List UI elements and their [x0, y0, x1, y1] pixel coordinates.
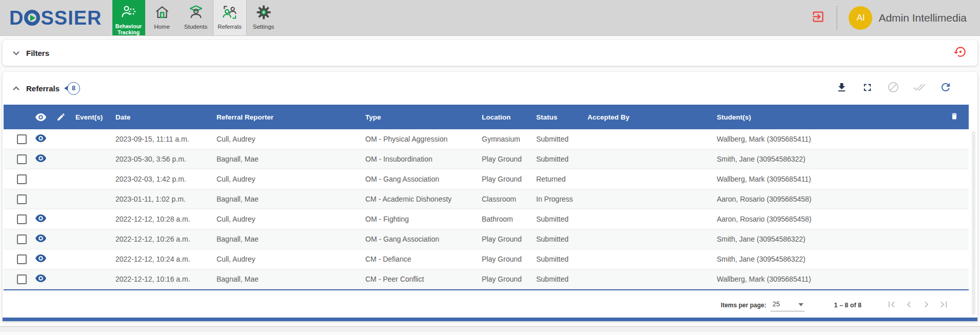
cell-location: Play Ground — [478, 255, 532, 263]
table-scrollbar[interactable] — [972, 131, 975, 315]
row-checkbox[interactable] — [17, 274, 27, 284]
fullscreen-button[interactable] — [861, 82, 873, 95]
download-button[interactable] — [836, 82, 848, 95]
row-checkbox[interactable] — [17, 154, 27, 164]
students-icon — [188, 5, 204, 22]
nav-item-referrals[interactable]: Referrals — [213, 0, 247, 35]
cell-status: Submitted — [532, 275, 583, 283]
items-per-page-select[interactable]: 25 — [771, 299, 805, 311]
nav-label: Behaviour Tracking — [114, 24, 144, 35]
column-header-events: Event(s) — [71, 113, 111, 121]
download-icon — [836, 82, 848, 95]
cell-status: Submitted — [532, 135, 583, 143]
accept-all-button[interactable] — [913, 81, 926, 95]
column-header-date: Date — [111, 113, 212, 121]
column-header-location: Location — [478, 113, 532, 121]
eye-icon — [35, 254, 47, 264]
block-button[interactable] — [887, 81, 899, 95]
view-referral-button[interactable] — [30, 274, 51, 284]
view-referral-button[interactable] — [30, 134, 51, 144]
row-checkbox[interactable] — [17, 194, 27, 204]
view-column-eye-icon — [30, 113, 51, 122]
nav-item-behaviour-tracking[interactable]: Behaviour Tracking — [112, 0, 145, 35]
topbar-user-area: AI Admin Intellimedia — [811, 0, 980, 35]
filters-collapse-toggle[interactable] — [13, 48, 19, 57]
nav-item-home[interactable]: Home — [145, 0, 179, 35]
row-checkbox[interactable] — [17, 174, 27, 184]
row-select-cell — [4, 154, 30, 164]
cell-type: OM - Physical Aggression — [361, 135, 478, 143]
cell-students: Aaron, Rosario (3095685458) — [713, 195, 940, 203]
eye-icon — [35, 274, 47, 284]
nav-label: Home — [154, 24, 170, 30]
last-page-icon — [938, 299, 950, 312]
cell-date: 2022-12-12, 10:16 a.m. — [111, 275, 212, 283]
row-select-cell — [4, 134, 30, 144]
cell-status: Submitted — [532, 155, 583, 163]
first-page-button[interactable] — [885, 299, 897, 311]
cell-students: Wallberg, Mark (3095685411) — [713, 175, 940, 183]
last-page-button[interactable] — [937, 299, 950, 311]
referrals-count-badge: 8 — [64, 82, 80, 95]
delete-selected-button[interactable] — [940, 111, 969, 123]
nav-item-settings[interactable]: Settings — [247, 0, 281, 35]
cell-location: Play Ground — [478, 155, 532, 163]
row-checkbox[interactable] — [17, 214, 27, 224]
column-header-type: Type — [361, 113, 478, 121]
items-per-page-label: Items per page: — [721, 302, 767, 309]
cell-students: Aaron, Rosario (3095685458) — [713, 215, 940, 223]
avatar[interactable]: AI — [849, 6, 872, 30]
cell-referral-reporter: Cull, Audrey — [212, 215, 361, 223]
referrals-title: Referrals — [26, 84, 60, 93]
cell-status: Submitted — [532, 215, 583, 223]
caret-down-icon — [798, 299, 803, 308]
referrals-panel: Referrals 8 — [3, 72, 977, 321]
table-row: 2023-02-03, 1:42 p.m.Cull, AudreyOM - Ga… — [4, 169, 969, 189]
cell-location: Play Ground — [478, 275, 532, 283]
referrals-collapse-toggle[interactable] — [13, 84, 19, 93]
items-per-page-value: 25 — [773, 300, 780, 308]
refresh-icon — [939, 81, 952, 95]
row-checkbox[interactable] — [17, 134, 27, 144]
cell-date: 2023-01-11, 1:02 p.m. — [111, 195, 212, 203]
cell-type: CM - Defiance — [361, 255, 478, 263]
main-nav: Behaviour Tracking Home Students — [112, 0, 281, 35]
cell-students: Smith, Jane (30954586322) — [713, 235, 940, 243]
row-checkbox[interactable] — [17, 234, 27, 244]
pagination-range: 1 – 8 of 8 — [834, 302, 862, 309]
cell-referral-reporter: Cull, Audrey — [212, 135, 361, 143]
user-name: Admin Intellimedia — [878, 12, 967, 24]
referrals-count: 8 — [67, 82, 80, 95]
logout-button[interactable] — [811, 10, 825, 26]
reset-filters-button[interactable] — [954, 45, 967, 61]
nav-item-students[interactable]: Students — [179, 0, 213, 35]
eye-icon — [35, 214, 47, 224]
refresh-button[interactable] — [939, 81, 952, 95]
row-checkbox[interactable] — [17, 254, 27, 264]
cell-students: Wallberg, Mark (3095685411) — [713, 275, 940, 283]
settings-gear-icon — [256, 5, 271, 22]
table-row: 2023-09-15, 11:11 a.m.Cull, AudreyOM - P… — [4, 129, 969, 149]
chevron-down-icon — [13, 48, 19, 57]
top-bar: D SSIER Behaviour Tracking — [0, 0, 980, 36]
cell-status: Submitted — [532, 255, 583, 263]
filters-title: Filters — [26, 49, 49, 57]
home-icon — [154, 5, 170, 22]
block-icon — [887, 81, 899, 95]
cell-location: Bathroom — [478, 215, 532, 223]
column-header-accepted-by: Accepted By — [583, 113, 713, 121]
view-referral-button[interactable] — [30, 154, 51, 164]
row-select-cell — [4, 174, 30, 184]
filters-panel: Filters — [3, 40, 977, 66]
previous-page-button[interactable] — [903, 299, 915, 311]
view-referral-button[interactable] — [30, 234, 51, 244]
play-triangle-icon — [30, 15, 35, 21]
referrals-toolbar — [836, 81, 967, 95]
cell-type: OM - Fighting — [361, 215, 478, 223]
table-row: 2022-12-12, 10:26 a.m.Bagnall, MaeOM - G… — [4, 229, 969, 249]
table-footer: Items per page: 25 1 – 8 of 8 — [3, 290, 977, 320]
view-referral-button[interactable] — [30, 254, 51, 264]
cell-status: In Progress — [532, 195, 583, 203]
view-referral-button[interactable] — [30, 214, 51, 224]
next-page-button[interactable] — [920, 299, 932, 311]
